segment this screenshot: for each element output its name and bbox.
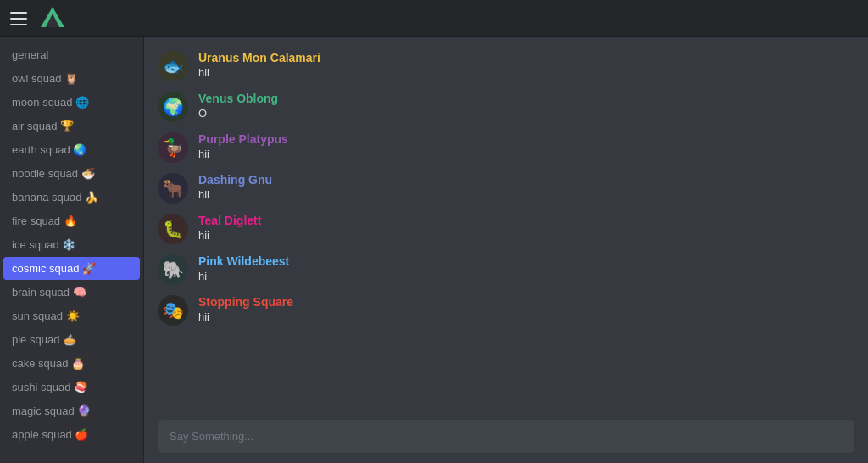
message-author: Venus Oblong — [198, 92, 278, 105]
logo-icon — [41, 7, 64, 31]
sidebar-item-label: cake squad 🎂 — [12, 357, 131, 370]
message-msg1: 🐟Uranus Mon Calamarihii — [158, 46, 854, 86]
sidebar-item-owl-squad[interactable]: owl squad 🦉 — [3, 67, 140, 90]
message-author: Pink Wildebeest — [198, 254, 289, 268]
sidebar-item-cosmic-squad[interactable]: cosmic squad 🚀 — [3, 257, 140, 280]
sidebar-item-ice-squad[interactable]: ice squad ❄️ — [3, 233, 140, 256]
sidebar-item-magic-squad[interactable]: magic squad 🔮 — [3, 399, 140, 422]
message-author: Stopping Square — [198, 295, 293, 309]
sidebar-item-banana-squad[interactable]: banana squad 🍌 — [3, 186, 140, 209]
avatar: 🐛 — [158, 214, 188, 244]
message-msg5: 🐛Teal Digletthii — [158, 209, 854, 249]
message-text: hii — [198, 188, 272, 201]
message-content: Uranus Mon Calamarihii — [198, 51, 320, 79]
sidebar-item-label: sun squad ☀️ — [12, 310, 131, 322]
sidebar: generalowl squad 🦉moon squad 🌐air squad … — [0, 37, 144, 463]
sidebar-item-label: noodle squad 🍜 — [12, 167, 131, 180]
sidebar-item-label: cosmic squad 🚀 — [12, 262, 131, 275]
message-author: Purple Platypus — [198, 132, 288, 146]
sidebar-item-label: magic squad 🔮 — [12, 404, 131, 417]
sidebar-item-apple-squad[interactable]: apple squad 🍎 — [3, 423, 140, 446]
sidebar-item-pie-squad[interactable]: pie squad 🥧 — [3, 328, 140, 351]
sidebar-item-label: general — [12, 48, 131, 61]
sidebar-item-label: moon squad 🌐 — [12, 96, 131, 109]
message-author: Teal Diglett — [198, 214, 261, 227]
sidebar-item-label: earth squad 🌏 — [12, 143, 131, 156]
sidebar-item-noodle-squad[interactable]: noodle squad 🍜 — [3, 162, 140, 185]
main-layout: generalowl squad 🦉moon squad 🌐air squad … — [0, 37, 868, 463]
message-content: Purple Platypushii — [198, 132, 288, 160]
sidebar-item-label: brain squad 🧠 — [12, 286, 131, 298]
message-msg6: 🐘Pink Wildebeesthi — [158, 249, 854, 290]
chat-area: 🐟Uranus Mon Calamarihii🌍Venus OblongO🦆Pu… — [144, 37, 868, 463]
message-author: Uranus Mon Calamari — [198, 51, 320, 64]
message-content: Dashing Gnuhii — [198, 173, 272, 201]
sidebar-item-brain-squad[interactable]: brain squad 🧠 — [3, 281, 140, 304]
avatar: 🐟 — [158, 51, 188, 81]
sidebar-item-fire-squad[interactable]: fire squad 🔥 — [3, 209, 140, 232]
chat-input[interactable] — [158, 420, 854, 453]
message-content: Pink Wildebeesthi — [198, 254, 289, 282]
message-text: hii — [198, 148, 288, 160]
message-msg2: 🌍Venus OblongO — [158, 86, 854, 127]
message-text: hii — [198, 66, 320, 79]
sidebar-item-general[interactable]: general — [3, 43, 140, 66]
message-msg3: 🦆Purple Platypushii — [158, 127, 854, 168]
topbar — [0, 0, 868, 37]
message-author: Dashing Gnu — [198, 173, 272, 187]
message-msg7: 🎭Stopping Squarehii — [158, 290, 854, 331]
sidebar-item-sun-squad[interactable]: sun squad ☀️ — [3, 304, 140, 327]
message-content: Venus OblongO — [198, 92, 278, 120]
sidebar-item-label: banana squad 🍌 — [12, 191, 131, 204]
message-text: O — [198, 107, 278, 120]
sidebar-item-moon-squad[interactable]: moon squad 🌐 — [3, 91, 140, 114]
avatar: 🐂 — [158, 173, 188, 204]
message-text: hi — [198, 270, 289, 282]
messages-container: 🐟Uranus Mon Calamarihii🌍Venus OblongO🦆Pu… — [144, 37, 868, 413]
sidebar-item-cake-squad[interactable]: cake squad 🎂 — [3, 352, 140, 375]
sidebar-item-sushi-squad[interactable]: sushi squad 🍣 — [3, 376, 140, 399]
avatar: 🐘 — [158, 254, 188, 285]
sidebar-item-label: air squad 🏆 — [12, 120, 131, 132]
sidebar-item-label: owl squad 🦉 — [12, 72, 131, 85]
sidebar-item-label: pie squad 🥧 — [12, 333, 131, 346]
avatar: 🎭 — [158, 295, 188, 326]
message-text: hii — [198, 310, 293, 323]
message-msg4: 🐂Dashing Gnuhii — [158, 168, 854, 209]
menu-icon[interactable] — [10, 12, 27, 25]
sidebar-item-label: fire squad 🔥 — [12, 215, 131, 227]
avatar: 🦆 — [158, 132, 188, 163]
message-text: hii — [198, 229, 261, 242]
sidebar-item-label: sushi squad 🍣 — [12, 381, 131, 393]
sidebar-item-label: apple squad 🍎 — [12, 428, 131, 441]
message-content: Teal Digletthii — [198, 214, 261, 242]
input-area — [144, 413, 868, 463]
avatar: 🌍 — [158, 92, 188, 122]
sidebar-item-air-squad[interactable]: air squad 🏆 — [3, 114, 140, 137]
message-content: Stopping Squarehii — [198, 295, 293, 323]
sidebar-item-earth-squad[interactable]: earth squad 🌏 — [3, 138, 140, 161]
sidebar-item-label: ice squad ❄️ — [12, 238, 131, 251]
